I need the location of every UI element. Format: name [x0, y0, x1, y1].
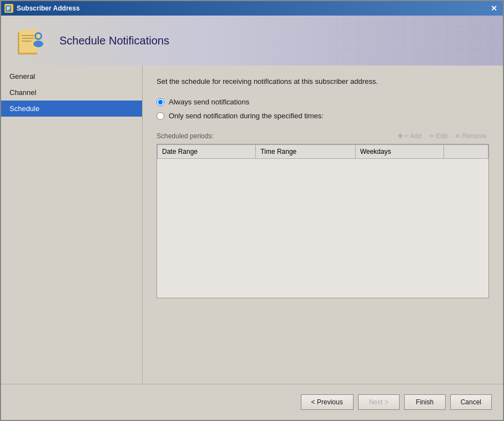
- footer: < Previous Next > Finish Cancel: [1, 384, 503, 420]
- svg-rect-9: [22, 41, 32, 42]
- header-icon: [15, 24, 48, 57]
- col-time-range: Time Range: [256, 145, 355, 159]
- svg-rect-1: [7, 7, 10, 8]
- svg-point-11: [33, 41, 43, 47]
- header-grid-bg: [336, 16, 503, 66]
- header-icon-area: [12, 21, 51, 60]
- svg-rect-7: [22, 35, 34, 36]
- radio-group: Always send notifications Only send noti…: [157, 98, 489, 120]
- title-bar-left: Subscriber Address: [4, 4, 80, 13]
- sidebar-item-channel[interactable]: Channel: [1, 84, 142, 101]
- radio-always[interactable]: Always send notifications: [157, 98, 489, 106]
- table-empty-body: [157, 159, 488, 298]
- window: Subscriber Address ✕ Schedule Notificati: [0, 0, 504, 421]
- next-button[interactable]: Next >: [358, 394, 400, 410]
- radio-specified-input[interactable]: [157, 112, 164, 120]
- svg-rect-3: [7, 9, 9, 11]
- window-title: Subscriber Address: [17, 4, 80, 12]
- data-table: Date Range Time Range Weekdays: [157, 144, 488, 159]
- svg-point-12: [36, 34, 41, 38]
- col-date-range: Date Range: [158, 145, 256, 159]
- window-icon: [4, 4, 13, 13]
- svg-rect-2: [7, 8, 10, 9]
- finish-button[interactable]: Finish: [404, 394, 446, 410]
- header-title: Schedule Notifications: [59, 34, 169, 47]
- table-header-row: Date Range Time Range Weekdays: [158, 145, 488, 159]
- add-label: + Add: [405, 132, 422, 140]
- edit-button[interactable]: ✏ Edit: [427, 131, 450, 141]
- sidebar-item-channel-label: Channel: [9, 88, 36, 97]
- sidebar-item-general-label: General: [9, 72, 35, 81]
- edit-label: Edit: [436, 132, 448, 140]
- content-area: Set the schedule for receiving notificat…: [143, 66, 503, 384]
- remove-label: Remove: [462, 132, 487, 140]
- radio-always-input[interactable]: [157, 98, 164, 106]
- scheduled-header: Scheduled periods: ✚ + Add ✏ Edit ✕ Re: [157, 131, 489, 141]
- radio-specified-label: Only send notification during the specif…: [169, 112, 324, 120]
- title-bar: Subscriber Address ✕: [1, 1, 503, 16]
- scheduled-label: Scheduled periods:: [157, 132, 214, 140]
- header-banner: Schedule Notifications: [1, 16, 503, 66]
- sidebar-item-schedule[interactable]: Schedule: [1, 101, 142, 117]
- sidebar: General Channel Schedule: [1, 66, 143, 384]
- table-wrapper: Date Range Time Range Weekdays: [157, 144, 489, 298]
- previous-button[interactable]: < Previous: [301, 394, 354, 410]
- edit-icon: ✏: [429, 132, 435, 140]
- radio-specified[interactable]: Only send notification during the specif…: [157, 112, 489, 120]
- add-button[interactable]: ✚ + Add: [395, 131, 424, 141]
- col-weekdays: Weekdays: [355, 145, 443, 159]
- remove-icon: ✕: [455, 132, 460, 140]
- col-extra: [444, 145, 488, 159]
- close-button[interactable]: ✕: [488, 3, 500, 14]
- description-text: Set the schedule for receiving notificat…: [157, 77, 489, 87]
- sidebar-item-general[interactable]: General: [1, 68, 142, 84]
- cancel-button[interactable]: Cancel: [450, 394, 492, 410]
- main-content: General Channel Schedule Set the schedul…: [1, 66, 503, 384]
- svg-rect-8: [22, 38, 34, 39]
- toolbar-buttons: ✚ + Add ✏ Edit ✕ Remove: [395, 131, 489, 141]
- add-icon: ✚: [397, 132, 403, 140]
- sidebar-item-schedule-label: Schedule: [9, 104, 39, 113]
- radio-always-label: Always send notifications: [169, 98, 249, 106]
- remove-button[interactable]: ✕ Remove: [452, 131, 489, 141]
- scheduled-section: Scheduled periods: ✚ + Add ✏ Edit ✕ Re: [157, 131, 489, 298]
